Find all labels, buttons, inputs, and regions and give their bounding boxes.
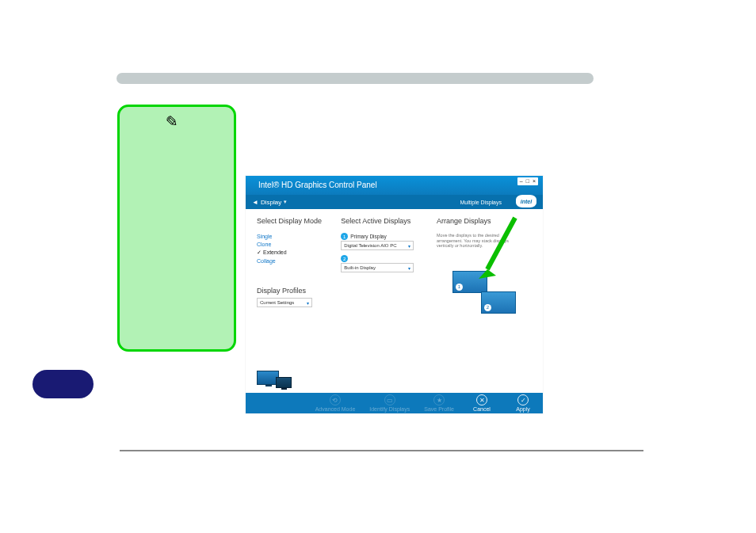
secondary-display-dropdown[interactable]: Built-in Display ▾ — [341, 263, 414, 272]
secondary-display-label: 2 — [341, 255, 426, 262]
identify-icon: ▭ — [384, 394, 395, 405]
window-subbar: ◄ Display ▾ Multiple Displays intel — [246, 195, 543, 209]
primary-display-value: Digital Television AIO PC — [344, 243, 396, 248]
chevron-down-icon[interactable]: ▾ — [284, 199, 287, 205]
intel-graphics-window: Intel® HD Graphics Control Panel – □ × ◄… — [246, 176, 543, 413]
arrange-note: Move the displays to the desired arrange… — [437, 233, 524, 249]
mode-collage[interactable]: Collage — [257, 258, 330, 264]
green-highlight-panel — [117, 105, 236, 352]
badge-2: 2 — [341, 255, 348, 262]
profiles-value: Current Settings — [260, 300, 294, 305]
section-name: Multiple Displays — [460, 200, 502, 205]
chevron-down-icon: ▾ — [408, 265, 410, 271]
display-1-badge: 1 — [456, 284, 463, 291]
active-displays-column: Select Active Displays 1 Primary Display… — [341, 217, 426, 371]
display-profiles-dropdown[interactable]: Current Settings ▾ — [257, 298, 312, 307]
chevron-down-icon: ▾ — [408, 243, 410, 249]
monitors-thumbnail — [257, 371, 292, 386]
active-displays-heading: Select Active Displays — [341, 217, 426, 225]
check-icon: ✓ — [517, 394, 529, 405]
back-icon[interactable]: ◄ — [252, 199, 258, 206]
footer-advanced-button[interactable]: ⟲ Advanced Mode — [315, 394, 356, 412]
footer-identify-button[interactable]: ▭ Identify Displays — [369, 394, 410, 412]
window-content: Select Display Mode Single Clone Extende… — [246, 209, 543, 375]
window-maximize-button[interactable]: □ — [526, 177, 529, 185]
window-title: Intel® HD Graphics Control Panel — [252, 176, 536, 195]
display-profiles-heading: Display Profiles — [257, 287, 330, 295]
nav-display-label[interactable]: Display — [261, 199, 281, 206]
secondary-display-value: Built-in Display — [344, 265, 376, 270]
top-gray-bar — [116, 73, 594, 84]
arrange-canvas[interactable]: 1 2 — [437, 263, 532, 334]
arrange-displays-column: Arrange Displays Move the displays to th… — [437, 217, 532, 371]
display-mode-list: Single Clone Extended Collage — [257, 231, 330, 266]
arrange-display-1[interactable]: 1 — [452, 271, 487, 293]
mode-clone[interactable]: Clone — [257, 242, 330, 247]
intel-logo: intel — [516, 195, 536, 207]
close-icon: ✕ — [476, 394, 487, 405]
blue-pill-shape — [32, 370, 94, 398]
window-controls: – □ × — [517, 177, 538, 185]
badge-1: 1 — [341, 233, 348, 240]
save-icon: ★ — [433, 394, 445, 405]
display-mode-column: Select Display Mode Single Clone Extende… — [257, 217, 330, 371]
display-mode-heading: Select Display Mode — [257, 217, 330, 225]
cancel-button[interactable]: ✕ Cancel — [468, 394, 495, 412]
apply-button[interactable]: ✓ Apply — [510, 394, 536, 412]
window-minimize-button[interactable]: – — [520, 177, 523, 185]
window-titlebar: Intel® HD Graphics Control Panel – □ × — [246, 176, 543, 195]
primary-display-label: 1 Primary Display — [341, 233, 426, 240]
mode-extended[interactable]: Extended — [257, 249, 330, 256]
mode-single[interactable]: Single — [257, 234, 330, 239]
display-2-badge: 2 — [484, 304, 491, 311]
monitor-icon — [276, 377, 292, 388]
arrange-displays-heading: Arrange Displays — [437, 217, 532, 225]
window-footer: ⟲ Advanced Mode ▭ Identify Displays ★ Sa… — [246, 393, 543, 413]
window-close-button[interactable]: × — [533, 177, 536, 185]
footer-save-button[interactable]: ★ Save Profile — [424, 394, 454, 412]
arrange-display-2[interactable]: 2 — [481, 291, 516, 314]
bottom-divider — [120, 450, 643, 451]
chevron-down-icon: ▾ — [307, 300, 309, 306]
primary-display-dropdown[interactable]: Digital Television AIO PC ▾ — [341, 241, 414, 250]
gear-icon: ⟲ — [330, 394, 341, 405]
